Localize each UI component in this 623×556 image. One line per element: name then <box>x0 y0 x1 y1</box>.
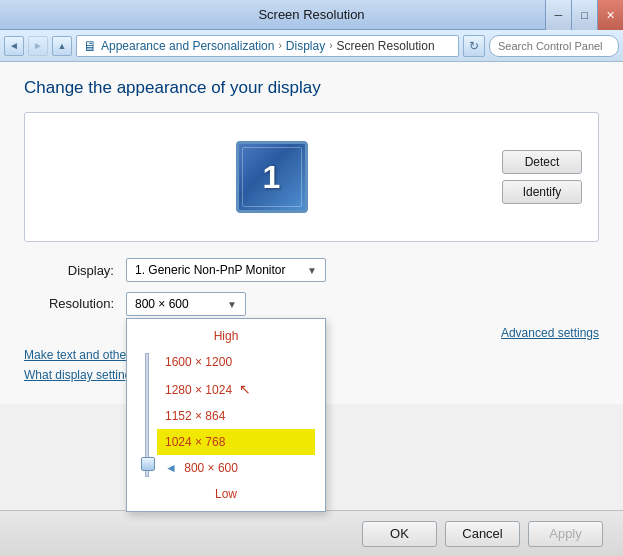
slider-thumb[interactable] <box>141 457 155 471</box>
slider-line <box>145 353 149 477</box>
cancel-button[interactable]: Cancel <box>445 521 520 547</box>
refresh-button[interactable]: ↻ <box>463 35 485 57</box>
resolution-value: 800 × 600 <box>135 297 189 311</box>
dropdown-inner: 1600 × 1200 1280 × 1024 ↖ 1152 × 864 102… <box>127 349 325 481</box>
resolution-item-2[interactable]: 1152 × 864 <box>157 403 315 429</box>
resolution-slider[interactable] <box>137 349 157 481</box>
resolution-dropdown[interactable]: 800 × 600 ▼ <box>126 292 246 316</box>
resolution-item-3[interactable]: 1024 × 768 <box>157 429 315 455</box>
breadcrumb-segment-2[interactable]: Display <box>286 39 325 53</box>
footer-bar: OK Cancel Apply <box>0 510 623 556</box>
title-bar: Screen Resolution ─ □ ✕ <box>0 0 623 30</box>
resolution-dropdown-arrow: ▼ <box>227 299 237 310</box>
breadcrumb-icon: 🖥 <box>83 38 97 54</box>
breadcrumb-sep-1: › <box>278 40 281 51</box>
display-dropdown[interactable]: 1. Generic Non-PnP Monitor ▼ <box>126 258 326 282</box>
breadcrumb-sep-2: › <box>329 40 332 51</box>
up-button[interactable]: ▲ <box>52 36 72 56</box>
breadcrumb: 🖥 Appearance and Personalization › Displ… <box>76 35 459 57</box>
resolution-options: 1600 × 1200 1280 × 1024 ↖ 1152 × 864 102… <box>157 349 315 481</box>
back-button[interactable]: ◄ <box>4 36 24 56</box>
main-content: Change the appearance of your display 1 … <box>0 62 623 404</box>
breadcrumb-segment-1[interactable]: Appearance and Personalization <box>101 39 274 53</box>
forward-button[interactable]: ► <box>28 36 48 56</box>
monitor-number: 1 <box>263 159 281 196</box>
page-title: Change the appearance of your display <box>24 78 599 98</box>
resolution-control: 800 × 600 ▼ High <box>126 292 246 316</box>
search-input[interactable] <box>489 35 619 57</box>
settings-area: Display: 1. Generic Non-PnP Monitor ▼ Re… <box>24 258 599 382</box>
resolution-label: Resolution: <box>24 296 114 311</box>
ok-button[interactable]: OK <box>362 521 437 547</box>
breadcrumb-segment-3: Screen Resolution <box>337 39 435 53</box>
display-label: Display: <box>24 263 114 278</box>
address-bar: ◄ ► ▲ 🖥 Appearance and Personalization ›… <box>0 30 623 62</box>
resolution-item-4[interactable]: ◄ 800 × 600 <box>157 455 315 481</box>
minimize-button[interactable]: ─ <box>545 0 571 30</box>
identify-button[interactable]: Identify <box>502 180 582 204</box>
monitor-icon: 1 <box>232 137 312 217</box>
close-button[interactable]: ✕ <box>597 0 623 30</box>
advanced-settings-link[interactable]: Advanced settings <box>501 326 599 340</box>
detect-buttons-area: Detect Identify <box>502 150 582 204</box>
dropdown-low-label: Low <box>127 487 325 501</box>
display-value: 1. Generic Non-PnP Monitor <box>135 263 286 277</box>
resolution-dropdown-panel: High 1600 × 1200 1280 × 1024 ↖ 1152 × 86… <box>126 318 326 512</box>
detect-button[interactable]: Detect <box>502 150 582 174</box>
resolution-row: Resolution: 800 × 600 ▼ High <box>24 292 599 316</box>
display-dropdown-arrow: ▼ <box>307 265 317 276</box>
resolution-item-0[interactable]: 1600 × 1200 <box>157 349 315 375</box>
apply-button[interactable]: Apply <box>528 521 603 547</box>
resolution-item-1[interactable]: 1280 × 1024 ↖ <box>157 375 315 403</box>
dropdown-high-label: High <box>127 329 325 343</box>
monitor-display: 1 <box>236 141 308 213</box>
restore-button[interactable]: □ <box>571 0 597 30</box>
window-controls: ─ □ ✕ <box>545 0 623 30</box>
display-row: Display: 1. Generic Non-PnP Monitor ▼ <box>24 258 599 282</box>
display-preview: 1 Detect Identify <box>24 112 599 242</box>
window-title: Screen Resolution <box>258 7 364 22</box>
